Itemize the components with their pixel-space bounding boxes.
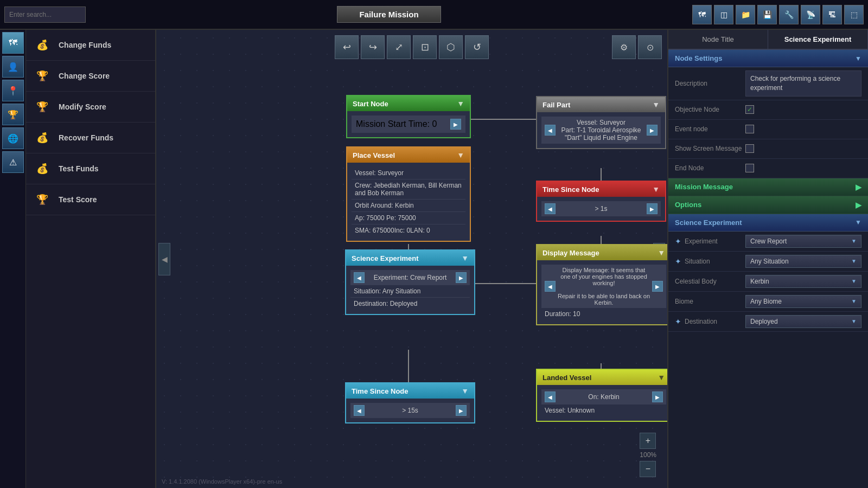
node-title-label: Node Title <box>668 30 768 49</box>
display-msg-title: Display Message <box>542 249 599 257</box>
celestial-body-dropdown[interactable]: Kerbin ▼ <box>745 275 861 288</box>
science-experiment-section-label: Science Experiment <box>675 219 742 227</box>
start-node-body: Mission Start Time: 0 ▶ <box>347 111 470 137</box>
node-title-value: Science Experiment <box>768 30 868 49</box>
experiment-dropdown[interactable]: Crew Report ▼ <box>745 235 861 248</box>
nav-icon-trophy[interactable]: 🏆 <box>2 104 24 125</box>
celestial-body-value: Kerbin <box>750 278 769 285</box>
sidebar-item-modify-score[interactable]: 🏆 Modify Score <box>26 92 155 123</box>
sci-left-arrow[interactable]: ◀ <box>354 272 365 283</box>
redo-button[interactable]: ↪ <box>361 35 385 59</box>
sidebar-item-test-score[interactable]: 🏆 Test Score <box>26 184 155 215</box>
top-icon-parts[interactable]: 🔧 <box>779 5 799 24</box>
place-vessel-sma: SMA: 675000Inc: 0LAN: 0 <box>352 224 465 236</box>
time-since-1-chevron[interactable]: ▼ <box>652 185 660 194</box>
sidebar-item-recover-funds[interactable]: 💰 Recover Funds <box>26 123 155 153</box>
grid-button[interactable]: ⊡ <box>413 35 437 59</box>
disp-left-arrow[interactable]: ◀ <box>545 281 556 292</box>
science-experiment-section[interactable]: Science Experiment ▼ <box>668 214 868 232</box>
sci-right-arrow[interactable]: ▶ <box>456 272 467 283</box>
settings-button[interactable]: ⚙ <box>612 35 636 59</box>
nav-icon-globe[interactable]: 🌐 <box>2 127 24 149</box>
top-icon-extra[interactable]: ⬚ <box>844 5 864 24</box>
time-since-node-1: Time Since Node ▼ ◀ > 1s ▶ <box>536 181 666 222</box>
time-since-2-chevron[interactable]: ▼ <box>461 387 469 395</box>
main-content: 🗺 👤 📍 🏆 🌐 ⚠ 💰 Change Funds 🏆 Change Scor… <box>0 30 868 488</box>
start-node-chevron[interactable]: ▼ <box>457 99 464 108</box>
top-icon-node[interactable]: ◫ <box>714 5 733 24</box>
time-since-1-left[interactable]: ◀ <box>545 203 556 214</box>
top-icon-save[interactable]: 💾 <box>757 5 777 24</box>
event-node-checkbox[interactable] <box>745 125 754 133</box>
zoom-in-button[interactable]: + <box>640 433 656 449</box>
sidebar-item-change-score[interactable]: 🏆 Change Score <box>26 61 155 92</box>
time-since-1-row: ◀ > 1s ▶ <box>541 201 661 216</box>
fail-part-right-arrow[interactable]: ▶ <box>647 125 658 136</box>
science-exp-situation: Situation: Any Situation <box>350 285 470 298</box>
display-msg-header: Display Message ▼ <box>537 245 667 260</box>
description-value[interactable]: Check for performing a science experimen… <box>745 70 861 97</box>
search-input[interactable] <box>4 7 86 23</box>
top-icon-signal[interactable]: 📡 <box>801 5 820 24</box>
landed-vessel-chevron[interactable]: ▼ <box>658 373 665 382</box>
refresh-button[interactable]: ↺ <box>465 35 489 59</box>
nav-icon-warning[interactable]: ⚠ <box>2 151 24 173</box>
situation-dropdown[interactable]: Any Situation ▼ <box>745 255 861 268</box>
biome-row: Biome Any Biome ▼ <box>668 292 868 312</box>
resize-button[interactable]: ⤢ <box>387 35 411 59</box>
nav-icon-location[interactable]: 📍 <box>2 80 24 101</box>
sidebar-item-label: Change Funds <box>59 41 111 49</box>
time-since-1-value: > 1s <box>558 205 644 213</box>
place-vessel-title: Place Vessel <box>353 151 395 159</box>
destination-dropdown[interactable]: Deployed ▼ <box>745 315 861 328</box>
landed-left[interactable]: ◀ <box>545 391 556 402</box>
end-node-checkbox[interactable] <box>745 164 754 172</box>
canvas-left-arrow[interactable]: ◀ <box>158 243 170 275</box>
biome-dropdown[interactable]: Any Biome ▼ <box>745 295 861 308</box>
nav-icon-map[interactable]: 🗺 <box>2 32 24 54</box>
time2-left[interactable]: ◀ <box>354 405 365 416</box>
recover-funds-icon: 💰 <box>33 128 52 147</box>
science-exp-destination: Destination: Deployed <box>350 298 470 310</box>
objective-node-checkbox[interactable]: ✓ <box>745 105 754 114</box>
time-since-2-body: ◀ > 15s ▶ <box>346 399 474 422</box>
mission-time-arrow[interactable]: ▶ <box>450 119 461 130</box>
experiment-row: ✦ Experiment Crew Report ▼ <box>668 232 868 252</box>
zoom-out-button[interactable]: − <box>640 461 656 477</box>
mission-message-button[interactable]: Mission Message ▶ <box>668 178 868 196</box>
canvas-area[interactable]: ↩ ↪ ⤢ ⊡ ⬡ ↺ ⚙ ⊙ ◀ ▶ <box>156 30 667 488</box>
layer-button[interactable]: ⬡ <box>439 35 463 59</box>
disp-right-arrow[interactable]: ▶ <box>652 281 663 292</box>
situation-value: Any Situation <box>750 258 789 265</box>
mission-time-text: Mission Start Time: 0 <box>356 119 437 129</box>
fail-part-node: Fail Part ▼ ◀ Vessel: SurveyorPart: T-1 … <box>536 96 666 149</box>
time2-right[interactable]: ▶ <box>456 405 467 416</box>
celestial-body-label: Celestial Body <box>675 278 745 285</box>
fail-part-body: ◀ Vessel: SurveyorPart: T-1 Toroidal Aer… <box>537 112 665 148</box>
sidebar-item-change-funds[interactable]: 💰 Change Funds <box>26 30 155 61</box>
fail-part-chevron[interactable]: ▼ <box>652 100 660 109</box>
experiment-icon: ✦ <box>675 237 681 246</box>
time-since-1-title: Time Since Node <box>542 185 599 194</box>
place-vessel-ap: Ap: 75000 Pe: 75000 <box>352 212 465 224</box>
top-icon-folder[interactable]: 📁 <box>736 5 755 24</box>
time-since-1-right[interactable]: ▶ <box>647 203 658 214</box>
science-exp-exp-row: ◀ Experiment: Crew Report ▶ <box>350 270 470 285</box>
landed-right[interactable]: ▶ <box>652 391 663 402</box>
nav-icon-user[interactable]: 👤 <box>2 56 24 78</box>
options-button[interactable]: Options ▶ <box>668 196 868 214</box>
display-msg-chevron[interactable]: ▼ <box>658 248 665 257</box>
node-settings-section-header[interactable]: Node Settings ▼ <box>668 50 868 67</box>
undo-button[interactable]: ↩ <box>335 35 359 59</box>
top-icon-map[interactable]: 🗺 <box>692 5 712 24</box>
fail-part-left-arrow[interactable]: ◀ <box>545 125 556 136</box>
sidebar-item-test-funds[interactable]: 💰 Test Funds <box>26 153 155 184</box>
top-icon-build[interactable]: 🏗 <box>822 5 842 24</box>
place-vessel-chevron[interactable]: ▼ <box>457 151 464 159</box>
fail-part-vessel: Vessel: SurveyorPart: T-1 Toroidal Aeros… <box>558 119 644 142</box>
science-experiment-chevron: ▼ <box>855 219 861 226</box>
show-screen-message-row: Show Screen Message <box>668 139 868 159</box>
science-exp-chevron[interactable]: ▼ <box>461 254 469 262</box>
camera-button[interactable]: ⊙ <box>638 35 662 59</box>
show-screen-message-checkbox[interactable] <box>745 144 754 153</box>
